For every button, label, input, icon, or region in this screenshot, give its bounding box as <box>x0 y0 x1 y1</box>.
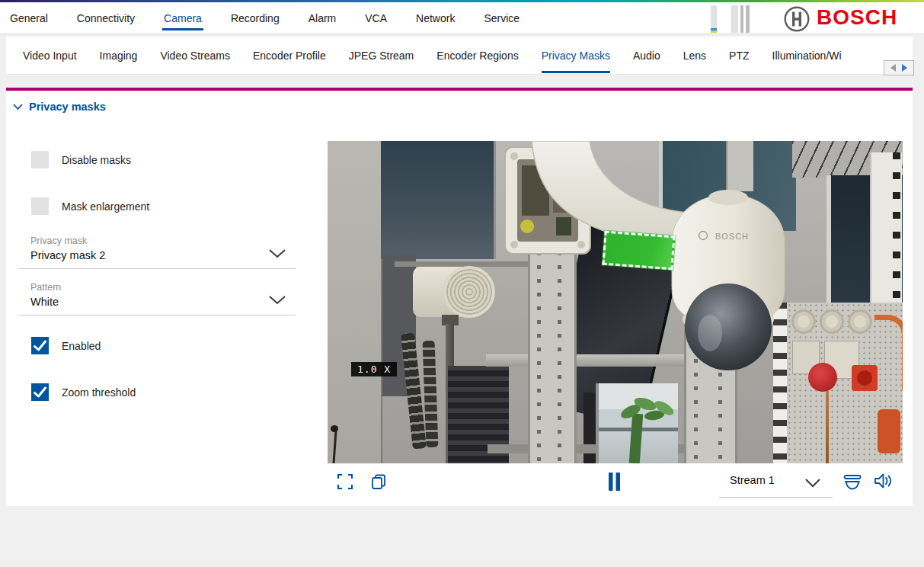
sub-nav: Video Input Imaging Video Streams Encode… <box>23 37 884 75</box>
subtab-privacy-masks[interactable]: Privacy Masks <box>542 37 610 75</box>
chevron-down-icon <box>268 248 286 258</box>
tab-connectivity[interactable]: Connectivity <box>77 2 135 34</box>
privacy-mask-select[interactable]: Privacy mask Privacy mask 2 <box>18 233 296 269</box>
camera-brand-label: BOSCH <box>715 232 749 241</box>
load-bar <box>731 5 738 33</box>
subtab-scroll-control <box>884 60 914 75</box>
scroll-left-icon[interactable] <box>890 64 896 72</box>
pause-icon <box>608 472 621 492</box>
mask-enlargement-checkbox[interactable] <box>31 197 49 215</box>
camera-settings-page: General Connectivity Camera Recording Al… <box>0 0 924 567</box>
load-bar <box>746 5 750 33</box>
tab-vca[interactable]: VCA <box>365 2 387 34</box>
scene-dome-camera: BOSCH <box>672 190 785 370</box>
load-bar <box>711 5 717 33</box>
subtab-illumination[interactable]: Illumination/Wi <box>772 37 842 75</box>
stream-select-value: Stream 1 <box>730 474 775 486</box>
speaker-icon <box>873 472 893 490</box>
zoom-threshold-checkbox[interactable] <box>31 383 49 401</box>
disable-masks-checkbox[interactable] <box>31 151 49 168</box>
enabled-row: Enabled <box>31 337 101 354</box>
tab-camera[interactable]: Camera <box>164 2 202 34</box>
subtab-encoder-profile[interactable]: Encoder Profile <box>253 37 326 75</box>
zoom-level-label: 1.0 X <box>351 362 397 376</box>
bosch-emblem-icon <box>783 5 810 33</box>
dome-camera-icon <box>842 474 863 492</box>
zoom-threshold-label: Zoom threshold <box>62 386 136 399</box>
disable-masks-row: Disable masks <box>31 151 131 168</box>
chevron-down-icon <box>268 295 286 305</box>
subtab-lens[interactable]: Lens <box>683 37 706 75</box>
subtab-video-streams[interactable]: Video Streams <box>160 37 230 75</box>
pause-button[interactable] <box>608 472 621 494</box>
snapshot-button[interactable] <box>370 473 387 492</box>
pattern-select[interactable]: Pattern White <box>18 280 296 316</box>
privacy-mask-select-label: Privacy mask <box>30 235 87 246</box>
chevron-down-icon <box>804 478 821 488</box>
subtab-video-input[interactable]: Video Input <box>23 37 77 75</box>
fullscreen-button[interactable] <box>337 473 353 492</box>
tab-recording[interactable]: Recording <box>231 2 280 34</box>
audio-button[interactable] <box>873 472 893 492</box>
tab-network[interactable]: Network <box>416 2 455 34</box>
subtab-encoder-regions[interactable]: Encoder Regions <box>436 37 518 75</box>
pattern-select-value: White <box>30 296 59 308</box>
pattern-select-label: Pattern <box>30 282 61 293</box>
camera-subtab-bar: Video Input Imaging Video Streams Encode… <box>6 37 913 75</box>
top-header-bar: General Connectivity Camera Recording Al… <box>0 0 924 34</box>
dome-view-button[interactable] <box>842 474 863 494</box>
checkmark-icon <box>31 337 49 354</box>
stream-select[interactable]: Stream 1 <box>719 471 833 498</box>
section-header-privacy-masks[interactable]: Privacy masks <box>12 101 106 113</box>
snapshot-icon <box>370 473 387 490</box>
bosch-logo-text: BOSCH <box>817 5 897 30</box>
zoom-threshold-row: Zoom threshold <box>31 383 136 401</box>
mask-enlargement-row: Mask enlargement <box>31 197 149 215</box>
subtab-jpeg-stream[interactable]: JPEG Stream <box>349 37 414 75</box>
subtab-ptz[interactable]: PTZ <box>729 37 749 75</box>
privacy-masks-panel: Privacy masks Disable masks Mask enlarge… <box>6 88 913 506</box>
privacy-mask-overlay[interactable] <box>602 231 675 271</box>
page-title: Privacy masks <box>29 101 106 113</box>
privacy-mask-select-value: Privacy mask 2 <box>30 249 105 261</box>
subtab-imaging[interactable]: Imaging <box>100 37 138 75</box>
top-nav: General Connectivity Camera Recording Al… <box>10 2 520 34</box>
chevron-down-icon <box>12 103 24 111</box>
load-bar <box>740 5 743 33</box>
scroll-right-icon[interactable] <box>902 64 907 72</box>
scene-ptz-camera: BOSCH <box>328 141 903 463</box>
tab-alarm[interactable]: Alarm <box>309 2 337 34</box>
checkmark-icon <box>31 383 49 401</box>
processor-load-indicator <box>711 5 750 33</box>
fullscreen-icon <box>337 473 353 490</box>
subtab-audio[interactable]: Audio <box>633 37 660 75</box>
disable-masks-label: Disable masks <box>62 154 131 166</box>
load-bar-yellow-segment <box>711 30 717 33</box>
enabled-label: Enabled <box>62 340 101 352</box>
tab-service[interactable]: Service <box>484 2 520 34</box>
tab-general[interactable]: General <box>10 2 48 34</box>
live-video-preview[interactable]: BOSCH 1.0 X <box>328 141 903 463</box>
enabled-checkbox[interactable] <box>31 337 49 354</box>
mask-enlargement-label: Mask enlargement <box>62 200 149 213</box>
